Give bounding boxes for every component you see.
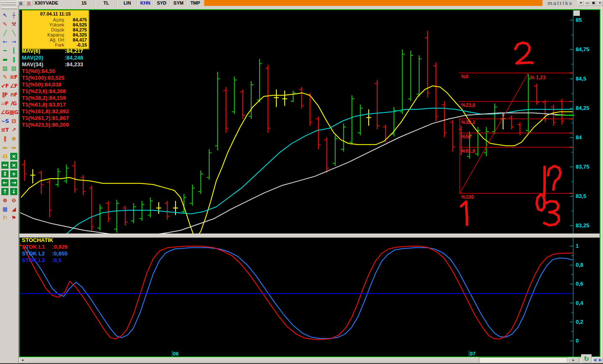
gann-line-tool[interactable]: ∕G — [9, 99, 18, 108]
hatch-up-tool[interactable]: ▨ — [0, 64, 9, 73]
indicator-labels: MAV(6):84,217MAV(20):84,248MAV(34):84,23… — [22, 48, 83, 128]
fibonacci-level-label: %38,2 — [461, 120, 475, 125]
pan-down-button[interactable]: ↓ — [10, 187, 18, 195]
compress-window-button[interactable]: × — [10, 161, 18, 169]
parallel-line-tool[interactable]: ∥ — [9, 55, 18, 64]
alarm-bell-tool[interactable]: Ω — [0, 152, 9, 161]
scrollbar-track[interactable] — [479, 357, 567, 363]
pointer-tool[interactable]: ↖ — [0, 11, 9, 20]
matriks-application-window: ▦ ▥ X30YVADE 15TLLINKHNSYDSYMTMP matriks… — [0, 0, 603, 364]
price-axis-label: 84,75 — [576, 46, 590, 52]
time-axis-label: 07 — [470, 351, 475, 357]
gann-fan-tool[interactable]: ∠G — [0, 108, 9, 117]
shift-left-tool[interactable]: ← — [0, 37, 9, 46]
fibo-timezone-tool[interactable]: ∥F — [0, 90, 9, 99]
info-rows: Açılış84,475Yüksek84,525Düşük84,275Kapan… — [24, 17, 87, 47]
menu-item-sym[interactable]: SYM — [170, 0, 187, 6]
price-axis-label: 84 — [576, 134, 582, 140]
titlebar-grip[interactable] — [0, 0, 17, 6]
flag-tool[interactable]: ⚐ — [0, 213, 9, 222]
arrow-annotation-tool[interactable]: ↗ — [9, 125, 18, 134]
menu-item-syd[interactable]: SYD — [154, 0, 170, 6]
menu-item-tl[interactable]: TL — [96, 0, 118, 6]
chart-icon[interactable]: ▥ — [25, 0, 33, 6]
fibo-fan-tool[interactable]: ∠F — [9, 81, 18, 90]
segment-tool[interactable]: ▬ — [0, 55, 9, 64]
hammer-tool[interactable]: ⚒ — [9, 20, 18, 29]
text-tool[interactable]: ≡T — [0, 125, 9, 134]
symbol-field[interactable]: X30YVADE — [33, 0, 73, 6]
logo-text: matriks — [548, 0, 573, 6]
gann-grid-tool[interactable]: ▦G — [9, 108, 18, 117]
panel-divider[interactable] — [19, 234, 600, 238]
fibonacci-value-label: T1(%100):83,525 — [22, 75, 83, 81]
window-menu-button[interactable]: ▾ — [578, 0, 584, 6]
info-row: Fark-0,15 — [24, 42, 87, 47]
page-right-button[interactable]: ▶ — [598, 357, 603, 363]
stochastic-axis-label: 0,8 — [576, 262, 583, 268]
fibo-channel-tool[interactable]: ▱F — [0, 99, 9, 108]
scrollbar-left-button[interactable]: ◂ — [19, 357, 26, 363]
mav-label: MAV(34):84,233 — [22, 61, 83, 68]
pan-left-button[interactable]: ← — [1, 179, 9, 187]
trendline-down-tool[interactable]: ╲ — [9, 29, 18, 37]
fibonacci-level-label: %50 — [461, 134, 471, 140]
scrollbar-thumb[interactable] — [26, 357, 479, 363]
zoom-in-tool[interactable]: ⊕ — [0, 196, 9, 205]
window-icon[interactable]: ▦ — [17, 0, 25, 6]
slab-tool-a[interactable]: ▬ — [0, 143, 9, 152]
menu-item-15[interactable]: 15 — [73, 0, 96, 6]
info-row: Düşük84,275 — [24, 27, 87, 32]
menu-item-tmp[interactable]: TMP — [187, 0, 204, 6]
slab-tool-b[interactable]: ▬ — [9, 143, 18, 152]
fibo-expansion-tool[interactable]: ↙F — [0, 81, 9, 90]
vertical-line-tool[interactable]: ┃ — [9, 46, 18, 55]
expand-vertical-button[interactable]: ↕ — [1, 170, 9, 178]
pencil-tool[interactable]: ✎ — [0, 20, 9, 29]
pan-right-button[interactable]: → — [10, 179, 18, 187]
menu-item-lin[interactable]: LIN — [118, 0, 138, 6]
stochastic-axis-label: 0,6 — [576, 281, 583, 287]
chart-client-area[interactable] — [19, 9, 600, 357]
ruler-tool[interactable]: ⊟ — [9, 117, 18, 125]
fibonacci-level-label: %61,8 — [461, 148, 475, 154]
cycle-tool[interactable]: ~S — [0, 117, 9, 125]
note-pencil-tool[interactable]: ✎ — [0, 73, 9, 81]
expand-horizontal-button[interactable]: ↔ — [1, 161, 9, 169]
scrollbar-right-button[interactable]: ▸ — [568, 357, 579, 363]
trendline-up-tool[interactable]: ╱ — [0, 29, 9, 37]
close-button[interactable]: × — [597, 0, 603, 6]
pin-tool[interactable]: ⊕ — [9, 134, 18, 143]
horizontal-line-tool[interactable]: ━ — [0, 46, 9, 55]
info-row: Ağ. Ort84,417 — [24, 37, 87, 42]
hatch-annotation-tool[interactable]: ∥ — [0, 134, 9, 143]
fibo-arc-tool[interactable]: ∩F — [9, 90, 18, 99]
minimize-button[interactable]: — — [584, 0, 590, 6]
price-axis-label: 84,5 — [576, 75, 586, 82]
fibonacci-level-label: %23,6 — [461, 102, 475, 108]
pan-up-button[interactable]: ↑ — [1, 187, 9, 195]
page-left-button[interactable]: ◀ — [592, 357, 598, 363]
crosshair-tool[interactable]: ┼ — [9, 11, 18, 20]
menu-item-khn[interactable]: KHN — [138, 0, 154, 6]
stochastic-axis-label: 1 — [576, 243, 579, 249]
fit-window-button[interactable]: × — [10, 152, 18, 160]
window-controls: ▾—▣× — [578, 0, 603, 6]
toolbar-handle[interactable] — [1, 7, 17, 9]
hatch-down-tool[interactable]: ▧ — [9, 64, 18, 73]
info-row: Kapanış84,325 — [24, 32, 87, 37]
refresh-button[interactable]: ↻ — [581, 354, 592, 363]
fibo-retracement-tool[interactable]: ≡F — [9, 73, 18, 81]
symbol-label: X30YVADE — [34, 0, 58, 5]
eraser-tool[interactable]: ◢ — [9, 205, 18, 213]
panel-resize-button[interactable] — [574, 10, 580, 16]
flag-filled-tool[interactable]: ⚑ — [9, 213, 18, 222]
grid-settings-tool[interactable]: ▦ — [0, 205, 9, 213]
stochastic-marker — [20, 244, 21, 246]
expand-all-button[interactable]: + — [10, 170, 18, 178]
zoom-out-tool[interactable]: ⊖ — [9, 196, 18, 205]
restore-button[interactable]: ▣ — [590, 0, 597, 6]
shift-right-tool[interactable]: → — [9, 37, 18, 46]
stochastic-legend-row: STOK L3:0,5 — [22, 257, 68, 264]
fibonacci-level-label: %0 — [461, 74, 468, 80]
